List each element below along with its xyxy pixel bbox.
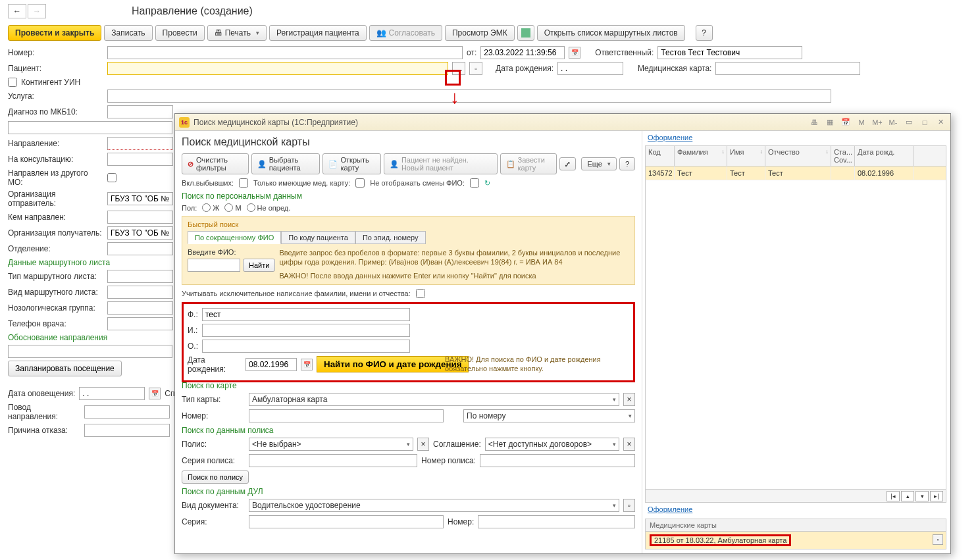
- patient-open-button[interactable]: ▫: [469, 62, 482, 75]
- col-patronymic-header[interactable]: Отчество↓: [765, 146, 831, 166]
- register-patient-button[interactable]: Регистрация пациента: [269, 25, 367, 41]
- mem-mplus-icon[interactable]: M+: [871, 117, 883, 128]
- print-button[interactable]: Печать: [207, 25, 267, 41]
- close-icon[interactable]: ✕: [935, 117, 946, 128]
- route-type-input[interactable]: [107, 270, 173, 283]
- name-input[interactable]: [202, 324, 410, 337]
- patient-input[interactable]: [107, 62, 448, 75]
- mem-mminus-icon[interactable]: M-: [887, 117, 899, 128]
- grid-last-button[interactable]: ▸|: [930, 491, 943, 501]
- org-sender-input[interactable]: [107, 192, 173, 205]
- col-surname-header[interactable]: Фамилия↓: [675, 146, 727, 166]
- fio-short-input[interactable]: [188, 259, 240, 272]
- nav-back[interactable]: ←: [8, 4, 26, 18]
- calendar-icon[interactable]: 📅: [569, 47, 580, 59]
- decoration-link-2[interactable]: Оформление: [642, 503, 950, 516]
- find-by-policy-button[interactable]: Поиск по полису: [182, 471, 249, 484]
- select-patient-button[interactable]: 👤Выбрать пациента: [251, 153, 321, 174]
- gender-m-radio[interactable]: М: [224, 203, 241, 212]
- card-number-input[interactable]: [249, 409, 444, 422]
- surname-input[interactable]: [202, 308, 410, 321]
- mkb-input[interactable]: [107, 105, 173, 118]
- col-status-header[interactable]: Ста... Cov...: [831, 146, 855, 166]
- medcard-open-button[interactable]: ▫: [933, 534, 943, 545]
- dob-input[interactable]: [557, 62, 623, 75]
- number-input[interactable]: [107, 46, 463, 59]
- include-exited-checkbox[interactable]: [239, 178, 248, 188]
- tab-by-fio[interactable]: По сокращенному ФИО: [188, 231, 281, 244]
- commit-button[interactable]: Провести: [155, 25, 205, 41]
- tab-by-code[interactable]: По коду пациента: [281, 231, 355, 244]
- tab-by-epid[interactable]: По эпид. номеру: [355, 231, 426, 244]
- open-card-button[interactable]: 📄Открыть карту: [322, 153, 380, 174]
- dul-series-input[interactable]: [249, 515, 444, 528]
- commit-close-button[interactable]: Провести и закрыть: [8, 25, 101, 41]
- patronymic-input[interactable]: [202, 340, 410, 353]
- dul-number-input[interactable]: [478, 515, 635, 528]
- by-number-select[interactable]: По номеру: [463, 409, 635, 422]
- plan-visit-button[interactable]: Запланировать посещение: [8, 361, 122, 376]
- card-type-clear-button[interactable]: ×: [623, 393, 635, 406]
- table-row[interactable]: 134572 Тест Тест Тест 08.02.1996: [646, 166, 946, 180]
- search-dob-input[interactable]: [245, 358, 297, 371]
- agreement-clear-button[interactable]: ×: [623, 438, 635, 451]
- calendar-icon[interactable]: 📅: [301, 359, 313, 370]
- doc-type-select[interactable]: Водительское удостоверение: [249, 499, 619, 512]
- mkb-desc-input[interactable]: [8, 121, 172, 134]
- calendar-small-icon[interactable]: 📅: [840, 117, 852, 128]
- from-date-input[interactable]: [480, 46, 565, 59]
- maximize-icon[interactable]: □: [919, 117, 931, 128]
- image-button[interactable]: [517, 25, 534, 41]
- doc-type-open-button[interactable]: ▫: [623, 499, 635, 512]
- col-dob-header[interactable]: Дата рожд.: [855, 146, 914, 166]
- print-icon[interactable]: 🖶: [808, 117, 820, 128]
- service-input[interactable]: [107, 89, 831, 103]
- route-kind-input[interactable]: [107, 286, 173, 299]
- policy-select[interactable]: <Не выбран>: [249, 438, 413, 451]
- write-button[interactable]: Записать: [104, 25, 152, 41]
- find-button[interactable]: Найти: [243, 259, 275, 272]
- nosgroup-input[interactable]: [107, 301, 173, 315]
- card-type-select[interactable]: Амбулаторная карта: [249, 393, 619, 406]
- view-emk-button[interactable]: Просмотр ЭМК: [445, 25, 515, 41]
- col-name-header[interactable]: Имя↓: [727, 146, 765, 166]
- grid-first-button[interactable]: |◂: [887, 491, 900, 501]
- agreement-select[interactable]: <Нет доступных договоров>: [485, 438, 619, 451]
- contingent-uin-checkbox[interactable]: [8, 78, 17, 87]
- col-code-header[interactable]: Код: [646, 146, 675, 166]
- policy-number-input[interactable]: [480, 454, 635, 467]
- dialog-help-button[interactable]: ?: [619, 157, 635, 170]
- gender-f-radio[interactable]: Ж: [202, 203, 219, 212]
- mem-m-icon[interactable]: M: [856, 117, 867, 128]
- justification-input[interactable]: [8, 345, 172, 358]
- only-with-card-checkbox[interactable]: [355, 178, 365, 188]
- medcard-input[interactable]: [715, 62, 860, 75]
- open-route-list-button[interactable]: Открыть список маршрутных листов: [537, 25, 685, 41]
- referral-reason-input[interactable]: [84, 405, 170, 419]
- calc-icon[interactable]: ▦: [824, 117, 836, 128]
- calendar-icon[interactable]: 📅: [149, 388, 161, 399]
- more-button[interactable]: Еще: [581, 157, 616, 170]
- grid-down-button[interactable]: ▾: [915, 491, 929, 501]
- nav-forward[interactable]: →: [28, 4, 46, 18]
- refusal-reason-input[interactable]: [84, 424, 170, 437]
- doctor-phone-input[interactable]: [107, 317, 173, 330]
- referral-input[interactable]: [107, 137, 173, 150]
- gender-n-radio[interactable]: Не опред.: [247, 203, 291, 212]
- notify-date-input[interactable]: [79, 387, 145, 400]
- other-mo-checkbox[interactable]: [107, 173, 116, 182]
- responsible-input[interactable]: [657, 46, 802, 59]
- hide-fio-change-checkbox[interactable]: [470, 178, 479, 188]
- exclusive-spelling-checkbox[interactable]: [416, 289, 425, 298]
- org-receiver-input[interactable]: [107, 226, 173, 240]
- medcard-row[interactable]: 21185 от 18.03.22, Амбулаторная карта ▫: [646, 532, 946, 549]
- refresh-icon[interactable]: ↻: [484, 179, 490, 188]
- policy-clear-button[interactable]: ×: [417, 438, 429, 451]
- grid-up-button[interactable]: ▴: [901, 491, 914, 501]
- referred-by-input[interactable]: [107, 211, 173, 224]
- grid-body[interactable]: [646, 180, 946, 489]
- decoration-link[interactable]: Оформление: [642, 131, 950, 144]
- minimize-icon[interactable]: ▭: [903, 117, 915, 128]
- barcode-button[interactable]: ⑇: [559, 157, 576, 170]
- policy-series-input[interactable]: [249, 454, 417, 467]
